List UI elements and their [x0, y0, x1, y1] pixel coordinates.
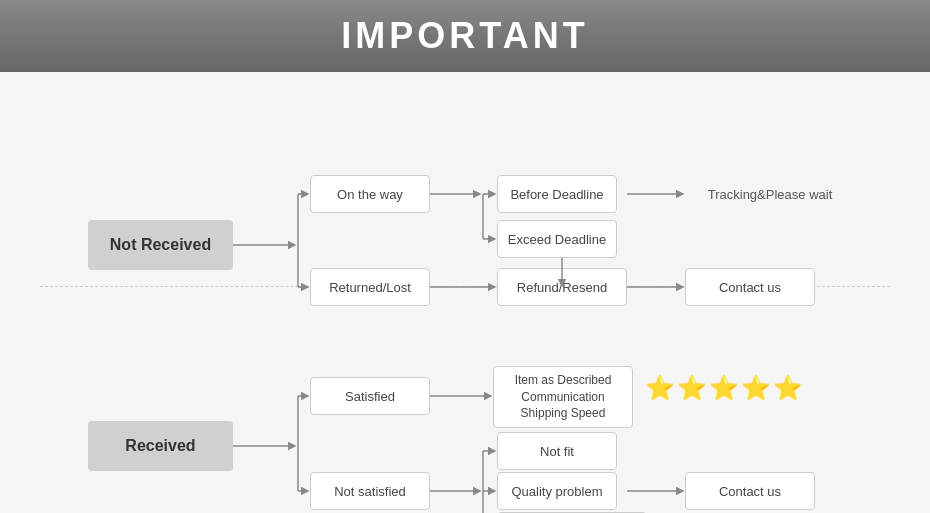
star-1: ⭐ — [645, 374, 675, 402]
not-fit-box: Not fit — [497, 432, 617, 470]
not-satisfied-box: Not satisfied — [310, 472, 430, 510]
exceed-deadline-box: Exceed Deadline — [497, 220, 617, 258]
not-received-label: Not Received — [88, 220, 233, 270]
header-title: IMPORTANT — [341, 15, 588, 57]
contact-us-box-1[interactable]: Contact us — [685, 268, 815, 306]
tracking-wait-box: Tracking&Please wait — [685, 175, 855, 213]
main-content: Not Received On the way Before Deadline … — [0, 72, 930, 513]
contact-us-box-2[interactable]: Contact us — [685, 472, 815, 510]
star-3: ⭐ — [709, 374, 739, 402]
received-label: Received — [88, 421, 233, 471]
satisfied-box: Satisfied — [310, 377, 430, 415]
item-desc-box: Item as Described Communication Shipping… — [493, 366, 633, 428]
star-2: ⭐ — [677, 374, 707, 402]
refund-resend-box: Refund/Resend — [497, 268, 627, 306]
header: IMPORTANT — [0, 0, 930, 72]
before-deadline-box: Before Deadline — [497, 175, 617, 213]
stars-group: ⭐ ⭐ ⭐ ⭐ ⭐ — [645, 374, 803, 402]
star-5: ⭐ — [773, 374, 803, 402]
quality-problem-box: Quality problem — [497, 472, 617, 510]
star-4: ⭐ — [741, 374, 771, 402]
on-the-way-box: On the way — [310, 175, 430, 213]
returned-lost-box: Returned/Lost — [310, 268, 430, 306]
